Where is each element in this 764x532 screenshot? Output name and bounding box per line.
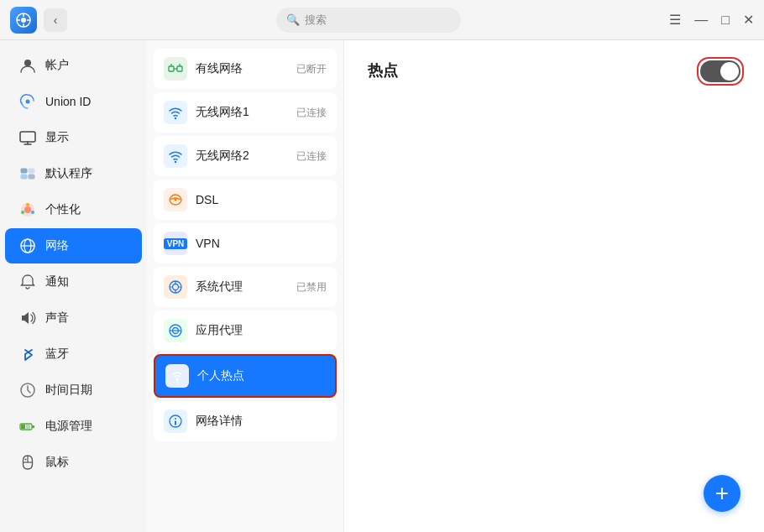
wifi1-label: 无线网络1 <box>196 105 288 120</box>
close-button[interactable]: ✕ <box>743 13 754 27</box>
svg-rect-9 <box>21 169 27 173</box>
svg-point-6 <box>24 60 31 66</box>
svg-rect-11 <box>29 169 34 173</box>
network-item-appproxy[interactable]: 应用代理 <box>154 310 337 351</box>
wifi2-icon <box>164 144 187 168</box>
sidebar-item-datetime[interactable]: 时间日期 <box>5 373 142 408</box>
svg-rect-23 <box>32 425 34 428</box>
sidebar-item-label-bluetooth: 蓝牙 <box>45 347 69 362</box>
hotspot-label: 个人热点 <box>197 368 317 383</box>
svg-point-38 <box>173 284 179 290</box>
network-item-wifi1[interactable]: 无线网络1 已连接 <box>154 92 337 133</box>
sidebar-item-label-mouse: 鼠标 <box>45 455 69 470</box>
sidebar-item-label-sound: 声音 <box>45 310 69 326</box>
svg-rect-25 <box>26 425 30 429</box>
svg-point-34 <box>175 117 176 119</box>
svg-rect-12 <box>29 175 34 179</box>
main-layout: 帐户 Union ID 显示 <box>0 40 764 532</box>
account-icon <box>18 56 37 75</box>
svg-point-14 <box>24 206 31 213</box>
search-bar: 🔍 搜索 <box>67 8 669 33</box>
vpn-label: VPN <box>196 237 318 250</box>
sidebar-item-union-id[interactable]: Union ID <box>5 84 142 119</box>
toggle-knob <box>720 62 739 81</box>
sidebar-item-personalize[interactable]: 个性化 <box>5 192 142 227</box>
svg-point-17 <box>21 211 24 214</box>
wifi1-icon <box>164 101 187 124</box>
details-icon <box>164 409 187 433</box>
svg-point-1 <box>21 18 26 23</box>
sidebar-item-label-power: 电源管理 <box>45 419 92 434</box>
minimize-button[interactable]: — <box>694 13 708 27</box>
sidebar-item-label-default-apps: 默认程序 <box>45 166 92 181</box>
svg-point-16 <box>31 211 34 214</box>
wifi2-label: 无线网络2 <box>196 149 288 164</box>
svg-point-43 <box>175 418 176 420</box>
network-item-hotspot[interactable]: 个人热点 <box>154 354 337 398</box>
network-icon <box>18 237 37 255</box>
wifi2-status: 已连接 <box>296 149 327 164</box>
app-icon-button[interactable] <box>10 7 37 34</box>
network-item-wired[interactable]: 有线网络 已断开 <box>154 49 337 89</box>
datetime-icon <box>18 381 37 399</box>
sidebar: 帐户 Union ID 显示 <box>0 40 147 532</box>
network-item-sysproxy[interactable]: 系统代理 已禁用 <box>154 267 337 307</box>
appproxy-icon <box>164 319 187 342</box>
network-item-wifi2[interactable]: 无线网络2 已连接 <box>154 136 337 176</box>
network-item-dsl[interactable]: DSL <box>154 180 337 220</box>
svg-point-15 <box>26 203 29 206</box>
sidebar-item-mouse[interactable]: 鼠标 <box>5 445 142 480</box>
maximize-button[interactable]: □ <box>721 13 730 27</box>
sidebar-item-label-personalize: 个性化 <box>45 202 81 217</box>
wired-icon <box>164 57 187 81</box>
add-button[interactable]: + <box>704 475 740 512</box>
sidebar-item-label-network: 网络 <box>45 238 69 253</box>
svg-point-28 <box>25 459 27 461</box>
vpn-tag-label: VPN <box>164 238 188 249</box>
svg-rect-8 <box>20 132 35 142</box>
sidebar-item-display[interactable]: 显示 <box>5 120 142 155</box>
hotspot-icon <box>165 364 189 388</box>
network-item-details[interactable]: 网络详情 <box>154 401 337 441</box>
svg-rect-24 <box>21 425 25 429</box>
svg-rect-44 <box>175 421 176 425</box>
wired-status: 已断开 <box>296 62 327 76</box>
content-area: 有线网络 已断开 无线网络1 已连接 <box>147 40 764 532</box>
detail-panel: 热点 + <box>344 40 764 532</box>
sidebar-item-label-datetime: 时间日期 <box>45 383 92 398</box>
svg-rect-29 <box>169 66 174 71</box>
network-list-panel: 有线网络 已断开 无线网络1 已连接 <box>147 40 344 532</box>
sidebar-item-bluetooth[interactable]: 蓝牙 <box>5 336 142 372</box>
dsl-icon <box>164 188 187 211</box>
sidebar-item-label-notification: 通知 <box>45 274 69 289</box>
mouse-icon <box>18 453 37 472</box>
sound-icon <box>18 309 37 327</box>
dsl-label: DSL <box>196 193 318 206</box>
hotspot-toggle[interactable] <box>700 60 740 82</box>
back-icon: ‹ <box>54 13 58 27</box>
svg-point-41 <box>176 378 179 381</box>
wifi1-status: 已连接 <box>296 106 327 120</box>
search-input-wrap[interactable]: 🔍 搜索 <box>276 8 461 33</box>
back-button[interactable]: ‹ <box>44 8 67 32</box>
power-icon <box>18 417 37 436</box>
sidebar-item-notification[interactable]: 通知 <box>5 264 142 300</box>
sidebar-item-sound[interactable]: 声音 <box>5 300 142 336</box>
menu-icon[interactable]: ☰ <box>669 13 681 27</box>
sidebar-item-power[interactable]: 电源管理 <box>5 409 142 444</box>
network-item-vpn[interactable]: VPN VPN <box>154 223 337 263</box>
sidebar-item-label-union-id: Union ID <box>45 95 91 108</box>
detail-title: 热点 <box>368 60 740 81</box>
appproxy-label: 应用代理 <box>196 323 318 338</box>
search-icon: 🔍 <box>286 13 300 26</box>
svg-rect-30 <box>177 66 182 71</box>
sysproxy-icon <box>164 275 187 299</box>
wired-label: 有线网络 <box>196 61 288 76</box>
bluetooth-icon <box>18 345 37 363</box>
hotspot-toggle-wrap <box>697 57 744 86</box>
svg-point-7 <box>26 100 30 104</box>
sidebar-item-account[interactable]: 帐户 <box>5 48 142 83</box>
sidebar-item-default-apps[interactable]: 默认程序 <box>5 156 142 191</box>
sidebar-item-network[interactable]: 网络 <box>5 228 142 263</box>
sidebar-item-label-display: 显示 <box>45 130 69 145</box>
